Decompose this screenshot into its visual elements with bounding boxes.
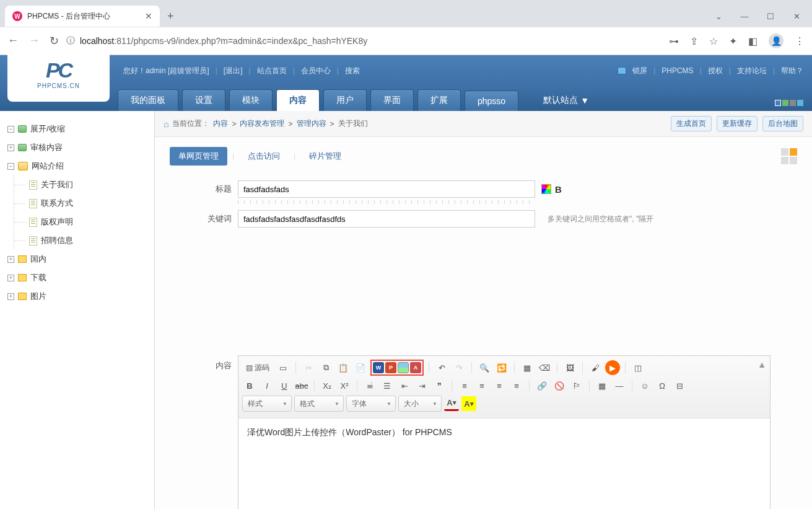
font-select[interactable]: 字体 <box>346 396 396 412</box>
paste-text-icon[interactable]: 📄 <box>353 360 368 375</box>
bgcolor-icon[interactable]: A▾ <box>461 396 476 411</box>
browser-tab[interactable]: W PHPCMS - 后台管理中心 ✕ <box>5 6 160 27</box>
window-minimize-icon[interactable]: — <box>734 12 755 21</box>
nav-tab-7[interactable]: phpsso <box>465 91 518 111</box>
selectall-icon[interactable]: ▦ <box>520 360 535 375</box>
sidepanel-icon[interactable]: ◧ <box>748 35 757 47</box>
toggle-icon[interactable]: + <box>7 293 14 300</box>
sidebar-item-intro[interactable]: −网站介绍 <box>6 157 148 175</box>
input-keywords[interactable] <box>238 210 535 228</box>
size-select[interactable]: 大小 <box>398 396 442 412</box>
action-genhome[interactable]: 生成首页 <box>671 116 712 131</box>
image-import-icon[interactable] <box>398 362 409 373</box>
ol-icon[interactable]: ≡̇ <box>362 378 377 393</box>
removefmt-icon[interactable]: ⌫ <box>537 360 552 375</box>
subscript-icon[interactable]: X₂ <box>320 378 334 393</box>
close-tab-icon[interactable]: ✕ <box>145 11 152 21</box>
newpage-icon[interactable]: ▭ <box>276 360 290 375</box>
sidebar-item-download[interactable]: +下载 <box>6 268 148 287</box>
rightlink-0[interactable]: 锁屏 <box>632 66 647 76</box>
action-sitemap[interactable]: 后台地图 <box>762 116 803 131</box>
nav-tab-3[interactable]: 内容 <box>276 89 320 111</box>
window-maximize-icon[interactable]: ☐ <box>760 12 781 21</box>
toggle-icon[interactable]: + <box>7 256 14 263</box>
indent-icon[interactable]: ⇥ <box>414 378 429 393</box>
special-icon[interactable]: Ω <box>655 378 670 393</box>
nav-tab-2[interactable]: 模块 <box>229 89 273 111</box>
sidebar-item-expand[interactable]: −展开/收缩 <box>6 120 148 138</box>
anchor-icon[interactable]: 🏳 <box>569 378 584 393</box>
nav-tab-1[interactable]: 设置 <box>182 89 225 111</box>
toplink-0[interactable]: 站点首页 <box>257 66 287 76</box>
align-center-icon[interactable]: ≡ <box>474 378 489 393</box>
superscript-icon[interactable]: X² <box>337 378 352 393</box>
menu-icon[interactable]: ⋮ <box>795 35 805 47</box>
italic-icon[interactable]: I <box>260 378 274 393</box>
toggle-icon[interactable]: + <box>7 275 14 281</box>
bold-icon[interactable]: B <box>242 378 257 393</box>
color-picker-icon[interactable] <box>541 184 551 194</box>
emoji-icon[interactable]: ☺ <box>637 378 652 393</box>
input-title[interactable] <box>238 180 535 198</box>
iframe-icon[interactable]: ◫ <box>631 360 645 375</box>
info-icon[interactable]: ⓘ <box>66 35 75 46</box>
bc-0[interactable]: 内容 <box>213 118 228 129</box>
redo-icon[interactable]: ↷ <box>452 360 466 375</box>
paste-icon[interactable]: 📋 <box>336 360 351 375</box>
nav-tab-4[interactable]: 用户 <box>323 89 367 111</box>
unlink-icon[interactable]: 🚫 <box>552 378 567 393</box>
sidebar-item-copyright[interactable]: 版权声明 <box>28 213 148 231</box>
layout-switch-icon[interactable] <box>781 148 797 164</box>
key-icon[interactable]: ⊶ <box>669 35 679 47</box>
link-icon[interactable]: 🔗 <box>535 378 549 393</box>
align-justify-icon[interactable]: ≡ <box>509 378 524 393</box>
nav-tab-6[interactable]: 扩展 <box>417 89 461 111</box>
align-right-icon[interactable]: ≡ <box>492 378 507 393</box>
star-icon[interactable]: ☆ <box>709 35 718 47</box>
pdf-import-icon[interactable]: A <box>410 362 421 373</box>
nav-tab-5[interactable]: 界面 <box>370 89 414 111</box>
sidebar-item-audit[interactable]: +审核内容 <box>6 138 148 157</box>
sidebar-item-about[interactable]: 关于我们 <box>28 175 148 194</box>
media-icon[interactable]: ▶ <box>605 360 620 375</box>
undo-icon[interactable]: ↶ <box>434 360 449 375</box>
toggle-icon[interactable]: + <box>7 144 14 151</box>
site-selector[interactable]: 默认站点▼ <box>535 90 598 111</box>
ptab-0[interactable]: 单网页管理 <box>170 147 227 166</box>
nav-tab-0[interactable]: 我的面板 <box>118 89 178 111</box>
ppt-import-icon[interactable]: P <box>385 362 396 373</box>
toggle-icon[interactable]: − <box>7 126 14 133</box>
rightlink-2[interactable]: 授权 <box>708 66 723 76</box>
logout-link[interactable]: [退出] <box>224 66 243 76</box>
styles-select[interactable]: 样式 <box>242 396 292 412</box>
align-left-icon[interactable]: ≡ <box>457 378 472 393</box>
source-button[interactable]: ▤ 源码 <box>242 360 273 375</box>
action-refresh[interactable]: 更新缓存 <box>717 116 757 131</box>
pagebreak-icon[interactable]: ⊟ <box>672 378 687 393</box>
home-icon[interactable]: ⌂ <box>164 119 168 129</box>
flash-icon[interactable]: 🖌 <box>588 360 603 375</box>
toggle-icon[interactable]: − <box>7 163 14 170</box>
outdent-icon[interactable]: ⇤ <box>397 378 412 393</box>
ul-icon[interactable]: ☰ <box>380 378 395 393</box>
quote-icon[interactable]: ❞ <box>432 378 447 393</box>
underline-icon[interactable]: U <box>277 378 292 393</box>
bc-2[interactable]: 管理内容 <box>297 118 326 129</box>
format-select[interactable]: 格式 <box>294 396 344 412</box>
sidebar-item-domestic[interactable]: +国内 <box>6 250 148 268</box>
find-icon[interactable]: 🔍 <box>477 360 492 375</box>
strike-icon[interactable]: abc <box>294 378 309 393</box>
table-icon[interactable]: ▦ <box>595 378 609 393</box>
sidebar-item-pics[interactable]: +图片 <box>6 287 148 306</box>
bold-icon[interactable]: B <box>555 184 562 195</box>
hr-icon[interactable]: — <box>612 378 627 393</box>
theme-colors[interactable] <box>775 100 803 106</box>
copy-icon[interactable]: ⧉ <box>318 360 333 375</box>
extensions-icon[interactable]: ✦ <box>729 35 737 47</box>
toplink-2[interactable]: 搜索 <box>345 66 360 76</box>
sidebar-item-contact[interactable]: 联系方式 <box>28 194 148 213</box>
textcolor-icon[interactable]: A▾ <box>444 396 459 411</box>
expand-up-icon[interactable]: ▲ <box>757 360 766 370</box>
rightlink-4[interactable]: 帮助？ <box>781 66 803 76</box>
new-tab-button[interactable]: + <box>167 10 174 23</box>
